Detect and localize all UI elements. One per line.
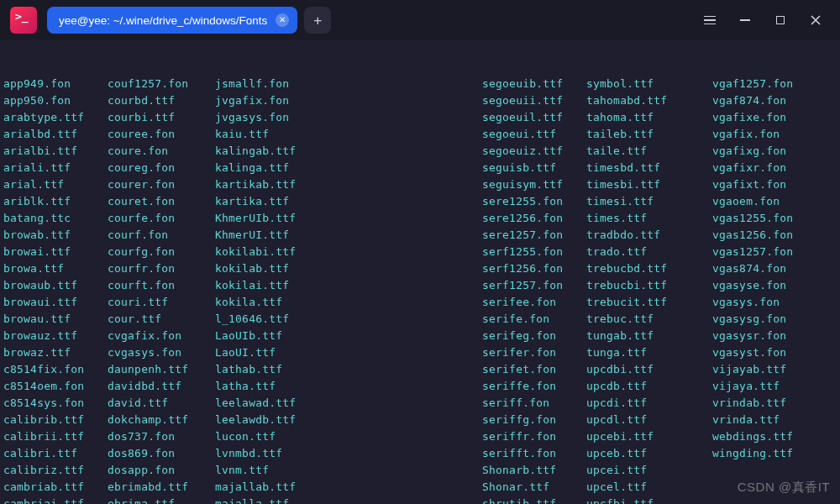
file-entry: lathab.ttf bbox=[215, 361, 358, 378]
file-entry: cvgafix.fon bbox=[108, 328, 215, 344]
file-entry: LaoUI.ttf bbox=[215, 344, 358, 361]
file-entry: upcdb.ttf bbox=[586, 378, 712, 395]
file-entry: browau.ttf bbox=[3, 311, 108, 328]
file-entry: seriffg.fon bbox=[482, 412, 586, 428]
file-entry: kartika.ttf bbox=[215, 193, 358, 210]
file-entry: vrindab.ttf bbox=[712, 395, 837, 412]
file-entry: l_10646.ttf bbox=[215, 311, 358, 328]
terminal-output[interactable]: app949.fonapp950.fonarabtype.ttfarialbd.… bbox=[0, 40, 840, 504]
file-entry: vgafixe.fon bbox=[712, 109, 837, 126]
file-entry bbox=[358, 311, 482, 328]
file-entry: timesbi.ttf bbox=[586, 176, 712, 193]
file-entry: tungab.ttf bbox=[586, 328, 712, 344]
file-entry: vgas1257.fon bbox=[712, 244, 837, 260]
file-entry: upcdl.ttf bbox=[586, 412, 712, 428]
file-entry: webdings.ttf bbox=[712, 428, 837, 445]
file-entry: segoeuii.ttf bbox=[482, 92, 586, 109]
file-entry: sere1257.fon bbox=[482, 227, 586, 244]
file-entry: serife.fon bbox=[482, 311, 586, 328]
file-entry: courfe.fon bbox=[108, 210, 215, 227]
close-icon bbox=[811, 15, 821, 25]
file-entry: ariali.ttf bbox=[3, 160, 108, 176]
file-entry: kokilai.ttf bbox=[215, 277, 358, 294]
file-entry: arialbi.ttf bbox=[3, 143, 108, 160]
file-entry: vgafixg.fon bbox=[712, 143, 837, 160]
file-entry: courfg.fon bbox=[108, 244, 215, 260]
file-entry: trebucit.ttf bbox=[586, 294, 712, 311]
file-entry: browaub.ttf bbox=[3, 277, 108, 294]
maximize-icon bbox=[776, 16, 785, 24]
new-tab-button[interactable]: + bbox=[304, 7, 331, 34]
file-entry: browab.ttf bbox=[3, 227, 108, 244]
file-entry: ebrima.ttf bbox=[108, 496, 215, 504]
file-entry: arialbd.ttf bbox=[3, 126, 108, 143]
file-entry: app949.fon bbox=[3, 76, 108, 92]
file-entry: vgasyst.fon bbox=[712, 344, 837, 361]
file-entry: trebucbi.ttf bbox=[586, 277, 712, 294]
file-entry: trebucbd.ttf bbox=[586, 260, 712, 277]
file-entry: browai.ttf bbox=[3, 244, 108, 260]
file-entry: lvnm.ttf bbox=[215, 462, 358, 479]
file-entry: calibrii.ttf bbox=[3, 428, 108, 445]
minimize-button[interactable] bbox=[738, 13, 753, 28]
file-column: couf1257.foncourbd.ttfcourbi.ttfcouree.f… bbox=[108, 76, 215, 504]
window-controls bbox=[702, 13, 833, 28]
file-entry: vgafixr.fon bbox=[712, 160, 837, 176]
file-entry: coure.fon bbox=[108, 143, 215, 160]
file-entry bbox=[358, 462, 482, 479]
file-entry: serf1256.fon bbox=[482, 260, 586, 277]
file-entry: symbol.ttf bbox=[586, 76, 712, 92]
active-tab[interactable]: yee@yee: ~/.wine/drive_c/windows/Fonts ✕ bbox=[47, 7, 297, 34]
file-entry: batang.ttc bbox=[3, 210, 108, 227]
file-entry: tahoma.ttf bbox=[586, 109, 712, 126]
file-entry: browaz.ttf bbox=[3, 344, 108, 361]
file-entry: lvnmbd.ttf bbox=[215, 445, 358, 462]
close-window-button[interactable] bbox=[808, 13, 823, 28]
file-entry: sere1256.fon bbox=[482, 210, 586, 227]
file-entry: seriff.fon bbox=[482, 395, 586, 412]
file-entry bbox=[358, 109, 482, 126]
file-entry bbox=[358, 126, 482, 143]
file-entry: kokila.ttf bbox=[215, 294, 358, 311]
file-entry: segoeui.ttf bbox=[482, 126, 586, 143]
terminal-app-icon: >_ bbox=[10, 7, 37, 34]
file-entry: tahomabd.ttf bbox=[586, 92, 712, 109]
file-entry: couri.ttf bbox=[108, 294, 215, 311]
file-entry: kaiu.ttf bbox=[215, 126, 358, 143]
file-entry: wingding.ttf bbox=[712, 445, 837, 462]
file-entry: jvgasys.fon bbox=[215, 109, 358, 126]
watermark: CSDN @真香IT bbox=[738, 480, 830, 496]
titlebar: >_ yee@yee: ~/.wine/drive_c/windows/Font… bbox=[0, 0, 840, 40]
file-entry: vgafixt.fon bbox=[712, 176, 837, 193]
file-entry: ariblk.ttf bbox=[3, 193, 108, 210]
file-entry: serifer.fon bbox=[482, 344, 586, 361]
file-entry: vgasysr.fon bbox=[712, 328, 837, 344]
file-entry: vgasysg.fon bbox=[712, 311, 837, 328]
menu-button[interactable] bbox=[702, 13, 717, 28]
file-entry: serifft.fon bbox=[482, 445, 586, 462]
file-entry: LaoUIb.ttf bbox=[215, 328, 358, 344]
file-entry: KhmerUI.ttf bbox=[215, 227, 358, 244]
file-entry: kokilab.ttf bbox=[215, 260, 358, 277]
file-entry: vgas1256.fon bbox=[712, 227, 837, 244]
file-entry: calibrib.ttf bbox=[3, 412, 108, 428]
file-entry: tunga.ttf bbox=[586, 344, 712, 361]
file-entry bbox=[358, 496, 482, 504]
file-entry bbox=[358, 92, 482, 109]
minimize-icon bbox=[740, 19, 750, 21]
file-entry: couf1257.fon bbox=[108, 76, 215, 92]
file-entry: davidbd.ttf bbox=[108, 378, 215, 395]
file-entry: seguisym.ttf bbox=[482, 176, 586, 193]
file-entry: courfr.fon bbox=[108, 260, 215, 277]
file-entry: kalinga.ttf bbox=[215, 160, 358, 176]
maximize-button[interactable] bbox=[773, 13, 788, 28]
file-entry bbox=[358, 176, 482, 193]
file-entry: leelawad.ttf bbox=[215, 395, 358, 412]
file-entry: dos869.fon bbox=[108, 445, 215, 462]
close-tab-button[interactable]: ✕ bbox=[276, 13, 289, 27]
file-entry bbox=[358, 361, 482, 378]
file-entry: upcei.ttf bbox=[586, 462, 712, 479]
file-entry: jvgafix.fon bbox=[215, 92, 358, 109]
file-entry bbox=[358, 412, 482, 428]
file-entry: majalla.ttf bbox=[215, 496, 358, 504]
